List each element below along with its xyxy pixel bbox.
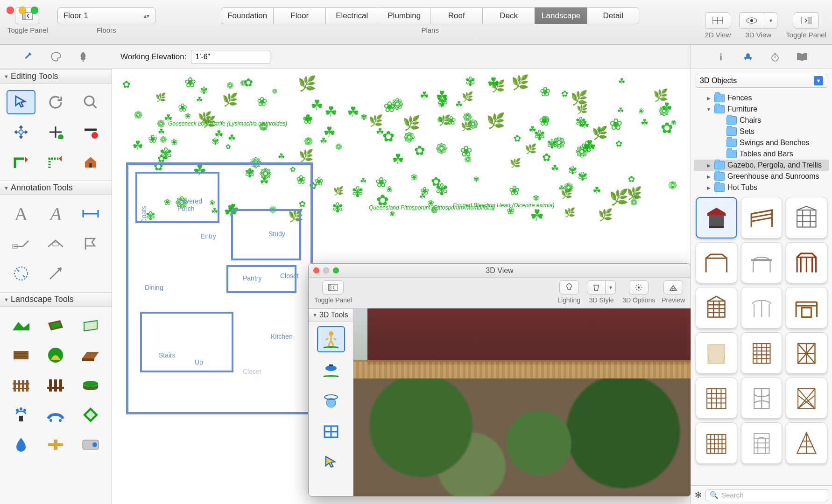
text-style-tool-icon[interactable]: A [41,202,70,226]
tab-roof[interactable]: Roof [430,7,482,24]
library-select[interactable]: 3D Objects ▼ [696,74,827,88]
object-thumbnail[interactable] [741,197,783,238]
corner-out-tool-icon[interactable] [41,150,70,174]
object-thumbnail[interactable] [696,197,737,238]
paint-mode-icon[interactable] [49,50,63,64]
flag-tool-icon[interactable] [76,231,105,256]
path-tool-icon[interactable] [41,343,70,367]
pan-tool-icon[interactable] [7,120,35,144]
zoom-tool-icon[interactable] [76,90,105,114]
circle-arrows-tool-icon[interactable] [7,261,35,286]
tree-item-tables[interactable]: Tables and Bars [694,148,829,160]
tree-item-chairs[interactable]: Chairs [694,115,829,126]
fly-tool-icon[interactable] [317,357,345,383]
preview-button[interactable] [663,280,683,294]
plan-tool-icon[interactable] [317,419,345,445]
object-thumbnail[interactable] [696,242,737,284]
style-dropdown[interactable]: ▾ [606,280,616,294]
tab-foundation[interactable]: Foundation [221,7,273,24]
tree-mode-icon[interactable] [76,50,90,64]
minimize-window-icon[interactable] [19,7,26,14]
close-window-icon[interactable] [313,267,319,273]
book-tab-icon[interactable] [795,50,809,64]
object-thumbnail[interactable] [786,378,827,419]
working-elevation-input[interactable] [191,50,270,64]
stopwatch-tab-icon[interactable] [768,50,782,64]
rain-tool-icon[interactable] [7,433,35,457]
object-thumbnail[interactable] [741,287,783,329]
object-thumbnail[interactable] [696,287,737,329]
style-button[interactable] [587,280,606,294]
object-thumbnail[interactable] [786,332,827,374]
annotation-tools-header[interactable]: ▼Annotation Tools [0,181,112,195]
tab-floor[interactable]: Floor [273,7,325,24]
toggle-panel-button[interactable] [322,280,344,294]
planter-tool-icon[interactable] [76,373,105,397]
rotate-tool-icon[interactable] [41,90,70,114]
editing-tools-header[interactable]: ▼Editing Tools [0,69,112,84]
fence2-tool-icon[interactable] [41,373,70,397]
pergola-tool-icon[interactable] [7,343,35,367]
fence-tool-icon[interactable] [7,373,35,397]
view-3d-dropdown[interactable]: ▾ [764,12,777,29]
text-tool-icon[interactable]: A [7,202,35,226]
orbit-tool-icon[interactable] [317,388,345,414]
floor-select[interactable]: Floor 1 ▴▾ [57,7,155,24]
valve-tool-icon[interactable] [41,433,70,457]
toggle-right-panel-button[interactable] [794,12,819,29]
tree-item-sets[interactable]: Sets [694,126,829,137]
select-tool-icon[interactable] [7,90,35,114]
object-thumbnail[interactable] [741,378,783,419]
landscape-tools-header[interactable]: ▼Landscape Tools [0,292,112,307]
object-thumbnail[interactable] [696,378,737,419]
object-thumbnail[interactable] [786,287,827,329]
corner-in-tool-icon[interactable] [7,150,35,174]
retaining-wall-tool-icon[interactable] [76,343,105,367]
tab-electrical[interactable]: Electrical [325,7,378,24]
object-thumbnail[interactable] [696,332,737,374]
dimension-tool-icon[interactable] [76,202,105,226]
tree-item-furniture[interactable]: ▼Furniture [694,104,829,115]
walk-tool-icon[interactable] [317,326,345,352]
view-2d-button[interactable] [705,12,730,29]
zone-tool-icon[interactable] [76,403,105,427]
window-3d-view[interactable]: 3D View Toggle Panel Lighting [308,263,691,497]
lighting-button[interactable] [559,280,579,294]
search-input[interactable]: 🔍 Search [705,489,828,501]
delete-point-tool-icon[interactable] [76,120,105,144]
objects-tab-icon[interactable] [741,50,755,64]
info-tab-icon[interactable]: i [714,50,728,64]
pad-tool-icon[interactable] [76,313,105,337]
zoom-window-icon[interactable] [31,7,38,14]
3d-viewport[interactable] [353,308,691,496]
3d-tools-header[interactable]: ▼3D Tools [309,308,353,322]
drip-tool-icon[interactable] [41,403,70,427]
roof-note-tool-icon[interactable] [41,231,70,256]
hammer-mode-icon[interactable] [22,50,36,64]
controller-tool-icon[interactable] [76,433,105,457]
drawing-canvas[interactable]: /*placeholder to keep structure*/ 🌿✿❀☘🌿✾… [112,69,691,504]
object-thumbnail[interactable] [786,422,827,464]
tree-item-greenhouse[interactable]: ▶Greenhouse and Sunrooms [694,171,829,182]
object-thumbnail[interactable] [696,422,737,464]
sprinkler-tool-icon[interactable] [7,403,35,427]
move-point-tool-icon[interactable] [41,120,70,144]
select-3d-tool-icon[interactable] [317,449,345,476]
tree-item-gazebo[interactable]: ▶Gazebo, Pergola, and Trellis [694,160,829,171]
zoom-window-icon[interactable] [333,267,339,273]
tree-item-hottubs[interactable]: ▶Hot Tubs [694,182,829,193]
tab-deck[interactable]: Deck [482,7,535,24]
options-button[interactable] [629,280,649,294]
object-thumbnail[interactable] [741,332,783,374]
lot-tool-icon[interactable] [41,313,70,337]
arrow-tool-icon[interactable] [41,261,70,286]
object-thumbnail[interactable] [786,242,827,284]
leader-tool-icon[interactable] [7,231,35,256]
view-3d-button[interactable]: ▾ [739,12,777,29]
tab-detail[interactable]: Detail [587,7,639,24]
tab-plumbing[interactable]: Plumbing [378,7,430,24]
tree-item-swings[interactable]: Swings and Benches [694,137,829,148]
terrain-tool-icon[interactable] [7,313,35,337]
object-thumbnail[interactable] [741,422,783,464]
minimize-window-icon[interactable] [323,267,329,273]
